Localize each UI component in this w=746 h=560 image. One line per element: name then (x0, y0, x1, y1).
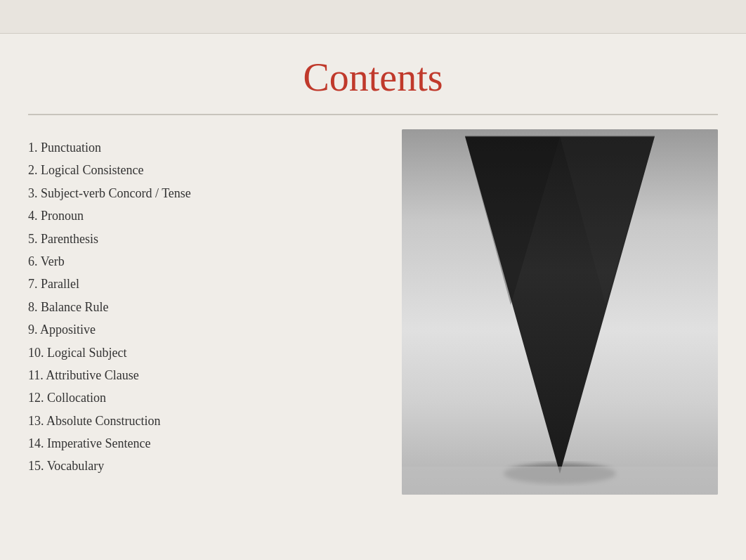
toc-list: 1. Punctuation2. Logical Consistence3. S… (28, 129, 374, 495)
toc-item[interactable]: 3. Subject-verb Concord / Tense (28, 182, 374, 204)
toc-item[interactable]: 10. Logical Subject (28, 341, 374, 364)
toc-item[interactable]: 5. Parenthesis (28, 228, 374, 250)
toc-item[interactable]: 8. Balance Rule (28, 296, 374, 318)
page-container: Contents 1. Punctuation2. Logical Consis… (0, 0, 746, 560)
content-area: 1. Punctuation2. Logical Consistence3. S… (0, 115, 746, 509)
toc-item[interactable]: 6. Verb (28, 250, 374, 273)
toc-item[interactable]: 9. Appositive (28, 318, 374, 341)
abstract-image (402, 129, 718, 495)
page-title: Contents (0, 55, 746, 100)
toc-item[interactable]: 4. Pronoun (28, 204, 374, 227)
image-section (402, 129, 718, 495)
toc-item[interactable]: 14. Imperative Sentence (28, 432, 374, 455)
title-section: Contents (0, 34, 746, 114)
toc-item[interactable]: 13. Absolute Construction (28, 410, 374, 432)
triangle-svg (402, 129, 718, 495)
toc-item[interactable]: 12. Collocation (28, 386, 374, 409)
toc-item[interactable]: 7. Parallel (28, 273, 374, 295)
toc-item[interactable]: 1. Punctuation (28, 136, 374, 159)
toc-item[interactable]: 11. Attributive Clause (28, 364, 374, 386)
toc-item[interactable]: 2. Logical Consistence (28, 159, 374, 181)
top-bar (0, 0, 746, 34)
svg-rect-6 (402, 467, 718, 495)
toc-item[interactable]: 15. Vocabulary (28, 455, 374, 477)
